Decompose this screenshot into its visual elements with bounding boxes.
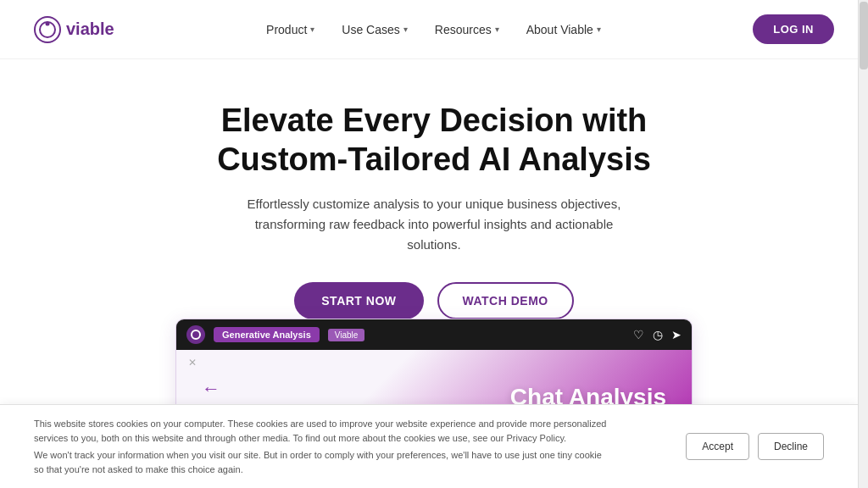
nav-product[interactable]: Product ▾ [266, 23, 314, 36]
accept-button[interactable]: Accept [686, 433, 749, 460]
start-now-button[interactable]: START NOW [294, 282, 423, 319]
cookie-text: This website stores cookies on your comp… [34, 417, 610, 476]
chevron-down-icon: ▾ [403, 25, 408, 34]
logo[interactable]: viable [34, 16, 114, 43]
close-icon[interactable]: ✕ [188, 357, 197, 369]
svg-point-0 [35, 17, 60, 42]
hero-subtitle: Effortlessly customize analysis to your … [231, 194, 637, 255]
video-logo-icon [186, 325, 205, 344]
nav-about[interactable]: About Viable ▾ [526, 23, 601, 36]
viable-badge: Viable [328, 329, 365, 341]
decline-button[interactable]: Decline [758, 433, 824, 460]
generative-analysis-badge: Generative Analysis [214, 327, 320, 342]
nav-links: Product ▾ Use Cases ▾ Resources ▾ About … [266, 23, 601, 36]
nav-use-cases[interactable]: Use Cases ▾ [342, 23, 407, 36]
hero-buttons: START NOW WATCH DEMO [294, 282, 573, 319]
chevron-down-icon: ▾ [597, 25, 601, 34]
chevron-down-icon: ▾ [495, 25, 499, 34]
cookie-line1: This website stores cookies on your comp… [34, 417, 610, 445]
hero-title: Elevate Every Decision with Custom-Tailo… [171, 102, 697, 179]
cookie-line2: We won't track your information when you… [34, 448, 610, 476]
hero-section: Elevate Every Decision with Custom-Tailo… [0, 59, 868, 345]
navbar: viable Product ▾ Use Cases ▾ Resources ▾… [0, 0, 868, 59]
logo-icon [34, 16, 61, 43]
video-header: Generative Analysis Viable ♡ ◷ ➤ [176, 319, 692, 350]
svg-point-2 [46, 21, 50, 25]
login-button[interactable]: LOG IN [753, 14, 834, 44]
clock-icon[interactable]: ◷ [653, 328, 663, 341]
logo-text: viable [66, 19, 114, 39]
nav-resources[interactable]: Resources ▾ [435, 23, 499, 36]
scrollbar-thumb[interactable] [860, 2, 868, 69]
cookie-banner: This website stores cookies on your comp… [0, 404, 858, 488]
watch-demo-button[interactable]: WATCH DEMO [437, 282, 574, 319]
video-action-icons: ♡ ◷ ➤ [633, 328, 682, 341]
cookie-buttons: Accept Decline [686, 433, 824, 460]
heart-icon[interactable]: ♡ [633, 328, 644, 341]
back-arrow-icon[interactable]: ← [202, 378, 220, 400]
send-icon[interactable]: ➤ [671, 328, 682, 341]
chevron-down-icon: ▾ [310, 25, 314, 34]
scrollbar[interactable] [858, 0, 868, 488]
